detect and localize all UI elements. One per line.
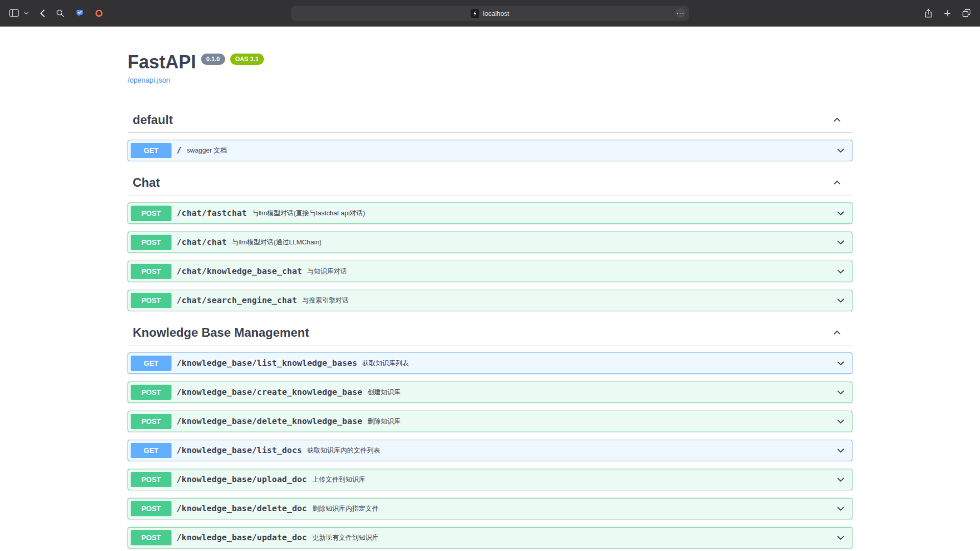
expand-chevron-down-icon[interactable] — [836, 237, 847, 247]
operation-row[interactable]: POST /knowledge_base/upload_doc 上传文件到知识库 — [128, 469, 852, 490]
method-badge: GET — [131, 356, 172, 371]
operation-summary: 获取知识库列表 — [362, 359, 409, 368]
chevron-down-icon — [24, 12, 29, 15]
expand-chevron-down-icon[interactable] — [836, 295, 847, 306]
section-title: default — [133, 113, 173, 127]
operation-path: /chat/chat — [172, 237, 232, 247]
toolbar-left-group — [8, 8, 104, 18]
operation-summary: 创建知识库 — [368, 388, 401, 397]
method-badge: POST — [131, 385, 172, 400]
plus-icon: + — [944, 8, 951, 18]
page-content: FastAPI 0.1.0 OAS 3.1 /openapi.json defa… — [0, 27, 980, 551]
operation-row[interactable]: POST /knowledge_base/create_knowledge_ba… — [128, 382, 852, 403]
expand-chevron-down-icon[interactable] — [836, 474, 847, 485]
expand-chevron-down-icon[interactable] — [836, 358, 847, 368]
browser-toolbar: localhost ··· + — [0, 0, 980, 27]
operation-row[interactable]: POST /chat/chat 与llm模型对话(通过LLMChain) — [128, 232, 852, 253]
section-header-knowledge-base-management[interactable]: Knowledge Base Management — [128, 320, 852, 345]
method-badge: POST — [131, 206, 172, 221]
expand-chevron-down-icon[interactable] — [836, 445, 847, 456]
operation-path: /chat/search_engine_chat — [172, 295, 302, 305]
operation-path: /chat/knowledge_base_chat — [172, 266, 307, 276]
section-operations-chat: POST /chat/fastchat 与llm模型对话(直接与fastchat… — [128, 195, 852, 311]
operation-summary: 与搜索引擎对话 — [302, 296, 349, 305]
section-title: Knowledge Base Management — [133, 325, 309, 340]
expand-chevron-down-icon[interactable] — [836, 266, 847, 277]
tab-overview-button[interactable] — [961, 8, 972, 18]
operation-path: /knowledge_base/list_knowledge_bases — [172, 358, 362, 368]
expand-chevron-down-icon[interactable] — [836, 387, 847, 397]
operation-path: /knowledge_base/list_docs — [172, 445, 307, 455]
expand-chevron-down-icon[interactable] — [836, 504, 847, 514]
operation-row[interactable]: POST /knowledge_base/update_doc 更新现有文件到知… — [128, 527, 852, 548]
section-header-default[interactable]: default — [128, 108, 852, 133]
share-icon — [924, 9, 933, 18]
section-title: Chat — [133, 176, 160, 190]
operation-row[interactable]: POST /knowledge_base/delete_knowledge_ba… — [128, 411, 852, 432]
operation-row[interactable]: POST /chat/knowledge_base_chat 与知识库对话 — [128, 261, 852, 282]
expand-chevron-down-icon[interactable] — [836, 416, 847, 427]
operation-row[interactable]: POST /chat/search_engine_chat 与搜索引擎对话 — [128, 290, 852, 311]
lightning-icon — [472, 11, 478, 16]
site-icon — [471, 9, 479, 18]
operation-path: /knowledge_base/delete_knowledge_base — [172, 416, 368, 426]
page-title: FastAPI — [128, 52, 196, 72]
method-badge: POST — [131, 293, 172, 308]
method-badge: GET — [131, 143, 172, 158]
sidebar-icon — [9, 9, 19, 17]
search-button[interactable] — [55, 8, 65, 18]
operation-summary: 与llm模型对话(通过LLMChain) — [232, 238, 322, 247]
openapi-spec-link[interactable]: /openapi.json — [128, 76, 170, 84]
operation-summary: 上传文件到知识库 — [312, 475, 365, 484]
operation-row[interactable]: GET /knowledge_base/list_docs 获取知识库内的文件列… — [128, 440, 852, 461]
operation-summary: 与知识库对话 — [307, 267, 347, 276]
operation-row[interactable]: POST /knowledge_base/delete_doc 删除知识库内指定… — [128, 498, 852, 519]
expand-chevron-down-icon[interactable] — [836, 533, 847, 543]
operation-row[interactable]: POST /chat/fastchat 与llm模型对话(直接与fastchat… — [128, 203, 852, 224]
collapse-chevron-up-icon[interactable] — [832, 178, 842, 188]
extension-blue-icon — [76, 9, 84, 17]
oas-badge: OAS 3.1 — [230, 54, 264, 65]
tabs-icon — [962, 9, 971, 17]
method-badge: POST — [131, 264, 172, 279]
extension-orange-icon — [95, 9, 103, 17]
operation-summary: swagger 文档 — [187, 146, 227, 155]
toolbar-right-group: + — [923, 7, 972, 19]
search-icon — [56, 9, 64, 17]
operation-summary: 删除知识库 — [368, 417, 401, 426]
operation-row[interactable]: GET /knowledge_base/list_knowledge_bases… — [128, 353, 852, 374]
api-info: FastAPI 0.1.0 OAS 3.1 /openapi.json — [128, 52, 852, 85]
method-badge: POST — [131, 235, 172, 250]
method-badge: POST — [131, 472, 172, 487]
page-settings-icon[interactable]: ··· — [675, 8, 685, 18]
section-header-chat[interactable]: Chat — [128, 170, 852, 195]
operation-summary: 更新现有文件到知识库 — [312, 533, 379, 542]
operation-summary: 删除知识库内指定文件 — [312, 504, 379, 513]
operation-path: /knowledge_base/update_doc — [172, 533, 312, 542]
expand-chevron-down-icon[interactable] — [836, 208, 847, 218]
back-button[interactable] — [39, 8, 46, 18]
operation-path: /chat/fastchat — [172, 208, 252, 218]
method-badge: POST — [131, 501, 172, 516]
extension-blue-button[interactable] — [75, 8, 85, 18]
url-text: localhost — [483, 10, 509, 17]
method-badge: GET — [131, 443, 172, 458]
expand-chevron-down-icon[interactable] — [836, 145, 847, 156]
sidebar-chevron-button[interactable] — [23, 11, 30, 16]
collapse-chevron-up-icon[interactable] — [832, 115, 842, 125]
operation-path: /knowledge_base/delete_doc — [172, 504, 312, 513]
operation-row[interactable]: GET / swagger 文档 — [128, 140, 852, 161]
method-badge: POST — [131, 530, 172, 545]
section-operations-default: GET / swagger 文档 — [128, 133, 852, 161]
version-badge: 0.1.0 — [201, 54, 225, 65]
collapse-chevron-up-icon[interactable] — [832, 328, 842, 338]
new-tab-button[interactable]: + — [943, 7, 952, 19]
section-operations-knowledge-base: GET /knowledge_base/list_knowledge_bases… — [128, 345, 852, 551]
operation-path: /knowledge_base/create_knowledge_base — [172, 387, 368, 397]
share-button[interactable] — [923, 8, 934, 19]
address-bar[interactable]: localhost ··· — [291, 6, 689, 21]
operation-summary: 获取知识库内的文件列表 — [307, 446, 380, 455]
extension-orange-button[interactable] — [94, 8, 104, 18]
operation-path: /knowledge_base/upload_doc — [172, 474, 312, 484]
sidebar-toggle-button[interactable] — [8, 8, 20, 18]
